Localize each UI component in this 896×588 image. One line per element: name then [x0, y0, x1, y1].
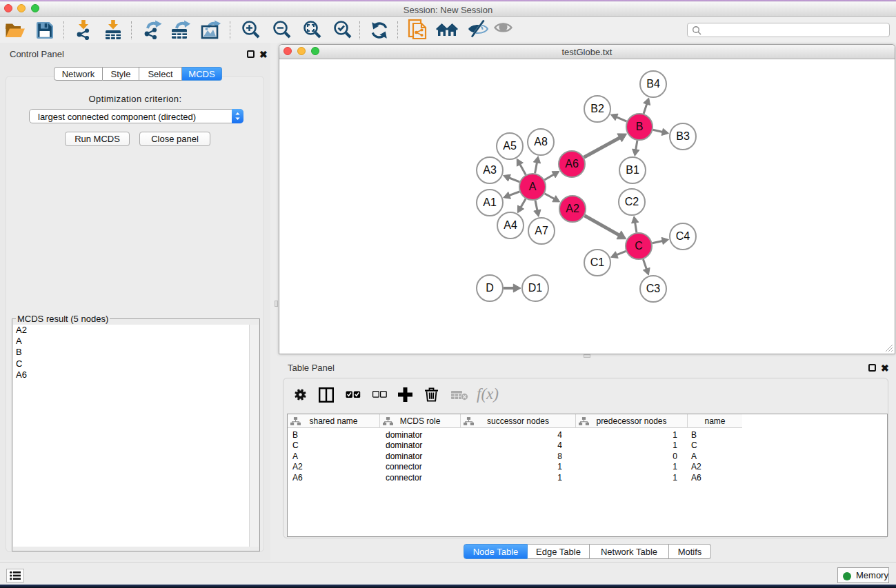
svg-text:B1: B1	[626, 164, 639, 176]
svg-text:A8: A8	[534, 136, 548, 148]
svg-text:B3: B3	[676, 130, 690, 142]
svg-text:A5: A5	[503, 140, 517, 152]
svg-text:C: C	[635, 240, 643, 252]
svg-text:C3: C3	[646, 283, 661, 294]
svg-text:A2: A2	[566, 203, 579, 214]
svg-text:A4: A4	[504, 219, 517, 231]
svg-text:C2: C2	[625, 196, 639, 207]
svg-text:B: B	[636, 121, 644, 132]
svg-text:A: A	[529, 181, 537, 192]
svg-text:A1: A1	[483, 196, 497, 208]
svg-text:C4: C4	[676, 230, 690, 242]
svg-text:A7: A7	[535, 225, 548, 236]
svg-text:B2: B2	[590, 103, 604, 114]
svg-text:C1: C1	[590, 256, 605, 268]
svg-text:D: D	[486, 282, 494, 294]
svg-text:D1: D1	[528, 282, 543, 294]
svg-text:A6: A6	[565, 158, 579, 170]
svg-text:B4: B4	[646, 78, 660, 90]
svg-text:A3: A3	[483, 164, 497, 176]
